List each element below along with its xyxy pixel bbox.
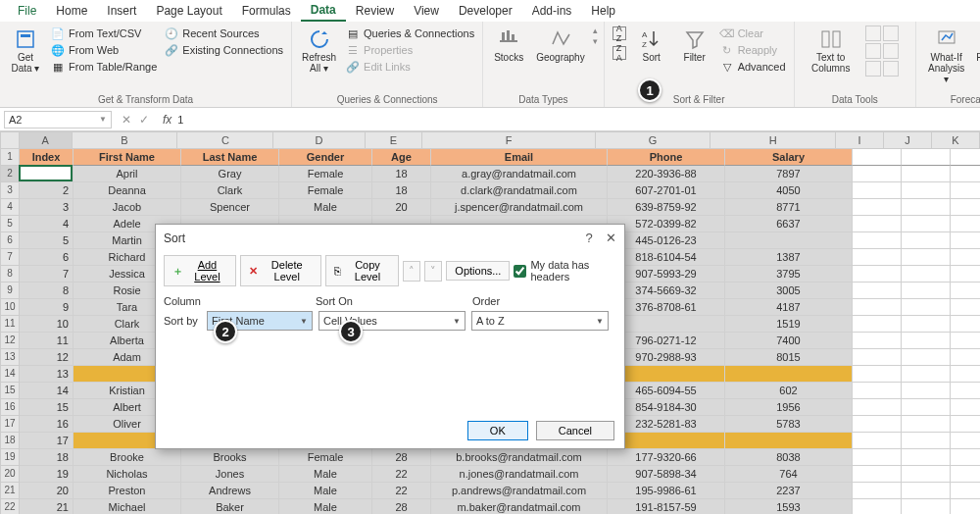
- table-cell[interactable]: Female: [279, 449, 372, 466]
- table-cell[interactable]: Clark: [181, 182, 279, 199]
- table-cell[interactable]: [951, 349, 980, 366]
- table-cell[interactable]: Deanna: [74, 182, 181, 199]
- table-cell[interactable]: [902, 399, 951, 416]
- fx-icon[interactable]: fx: [163, 113, 172, 127]
- table-cell[interactable]: [951, 316, 980, 333]
- table-cell[interactable]: [853, 399, 902, 416]
- table-cell[interactable]: [951, 232, 980, 249]
- table-cell[interactable]: 3005: [725, 283, 853, 299]
- table-header-cell[interactable]: [951, 149, 980, 166]
- table-cell[interactable]: [853, 366, 902, 383]
- table-cell[interactable]: [951, 449, 980, 466]
- row-header[interactable]: 20: [0, 466, 20, 483]
- sort-options-button[interactable]: Options...: [446, 261, 510, 281]
- row-header[interactable]: 1: [0, 149, 20, 166]
- column-header[interactable]: H: [710, 131, 835, 149]
- table-cell[interactable]: 6637: [725, 216, 853, 232]
- table-cell[interactable]: [951, 383, 980, 399]
- table-cell[interactable]: Male: [279, 483, 372, 499]
- table-cell[interactable]: 191-8157-59: [608, 499, 725, 514]
- table-cell[interactable]: 7: [20, 266, 74, 283]
- table-cell[interactable]: [853, 299, 902, 316]
- table-cell[interactable]: [951, 499, 980, 514]
- table-cell[interactable]: [951, 483, 980, 499]
- menu-tab-view[interactable]: View: [404, 1, 449, 21]
- help-icon[interactable]: ?: [585, 231, 592, 245]
- advanced-filter[interactable]: ▽Advanced: [718, 59, 788, 75]
- table-cell[interactable]: [725, 366, 853, 383]
- row-header[interactable]: 8: [0, 266, 20, 283]
- table-cell[interactable]: [951, 366, 980, 383]
- table-cell[interactable]: [853, 199, 902, 216]
- data-validation-icon[interactable]: [865, 43, 881, 59]
- row-header[interactable]: 18: [0, 433, 20, 449]
- table-cell[interactable]: [725, 433, 853, 449]
- table-cell[interactable]: [902, 433, 951, 449]
- order-combo[interactable]: A to Z▼: [471, 311, 609, 331]
- row-header[interactable]: 16: [0, 399, 20, 416]
- table-cell[interactable]: 5: [20, 232, 74, 249]
- table-header-cell[interactable]: Last Name: [181, 149, 279, 166]
- table-cell[interactable]: [902, 232, 951, 249]
- table-header-cell[interactable]: Email: [431, 149, 608, 166]
- headers-checkbox-wrap[interactable]: My data has headers: [514, 259, 616, 283]
- table-cell[interactable]: [853, 166, 902, 182]
- table-cell[interactable]: [951, 266, 980, 283]
- add-level-button[interactable]: ＋Add Level: [164, 255, 236, 286]
- delete-level-button[interactable]: ✕Delete Level: [240, 255, 321, 286]
- table-cell[interactable]: 195-9986-61: [608, 483, 725, 499]
- menu-tab-help[interactable]: Help: [581, 1, 625, 21]
- manage-data-model-icon[interactable]: [883, 61, 899, 77]
- table-cell[interactable]: 8038: [725, 449, 853, 466]
- row-header[interactable]: 12: [0, 333, 20, 349]
- table-cell[interactable]: 220-3936-88: [608, 166, 725, 182]
- table-cell[interactable]: n.jones@randatmail.com: [431, 466, 608, 483]
- table-cell[interactable]: 602: [725, 383, 853, 399]
- table-cell[interactable]: 4187: [725, 299, 853, 316]
- column-header[interactable]: J: [884, 131, 932, 149]
- table-cell[interactable]: [853, 283, 902, 299]
- table-cell[interactable]: [902, 266, 951, 283]
- existing-connections[interactable]: 🔗Existing Connections: [163, 42, 285, 58]
- table-cell[interactable]: [902, 166, 951, 182]
- table-cell[interactable]: [853, 232, 902, 249]
- table-cell[interactable]: [902, 499, 951, 514]
- table-cell[interactable]: [608, 433, 725, 449]
- table-cell[interactable]: 5783: [725, 416, 853, 433]
- column-header[interactable]: F: [422, 131, 595, 149]
- table-cell[interactable]: 12: [20, 349, 74, 366]
- from-table-range[interactable]: ▦From Table/Range: [49, 59, 159, 75]
- table-cell[interactable]: [902, 216, 951, 232]
- table-cell[interactable]: [853, 383, 902, 399]
- column-header[interactable]: E: [366, 131, 423, 149]
- remove-duplicates-icon[interactable]: [883, 26, 899, 41]
- table-cell[interactable]: 18: [20, 449, 74, 466]
- ok-button[interactable]: OK: [467, 421, 528, 440]
- table-cell[interactable]: 20: [20, 483, 74, 499]
- row-header[interactable]: 2: [0, 166, 20, 182]
- table-cell[interactable]: 1593: [725, 499, 853, 514]
- table-header-cell[interactable]: Gender: [279, 149, 372, 166]
- recent-sources[interactable]: 🕘Recent Sources: [163, 26, 285, 41]
- sort-button[interactable]: AZ Sort: [632, 26, 671, 65]
- enter-formula-icon[interactable]: ✓: [139, 113, 149, 127]
- geography-button[interactable]: Geography: [532, 26, 588, 65]
- menu-tab-insert[interactable]: Insert: [97, 1, 146, 21]
- table-cell[interactable]: 7400: [725, 333, 853, 349]
- table-cell[interactable]: Preston: [74, 483, 181, 499]
- sort-az-button[interactable]: AZ: [611, 26, 628, 41]
- table-cell[interactable]: 374-5669-32: [608, 283, 725, 299]
- table-cell[interactable]: 13: [20, 366, 74, 383]
- name-box[interactable]: A2 ▼: [4, 111, 112, 128]
- table-cell[interactable]: 8771: [725, 199, 853, 216]
- table-cell[interactable]: [951, 199, 980, 216]
- table-cell[interactable]: [853, 499, 902, 514]
- table-cell[interactable]: 1: [20, 166, 74, 182]
- table-cell[interactable]: 20: [372, 199, 431, 216]
- table-cell[interactable]: [902, 349, 951, 366]
- table-cell[interactable]: [951, 399, 980, 416]
- table-cell[interactable]: [853, 266, 902, 283]
- cancel-formula-icon[interactable]: ✕: [122, 113, 131, 127]
- row-header[interactable]: 22: [0, 499, 20, 514]
- relationships-icon[interactable]: [865, 61, 881, 77]
